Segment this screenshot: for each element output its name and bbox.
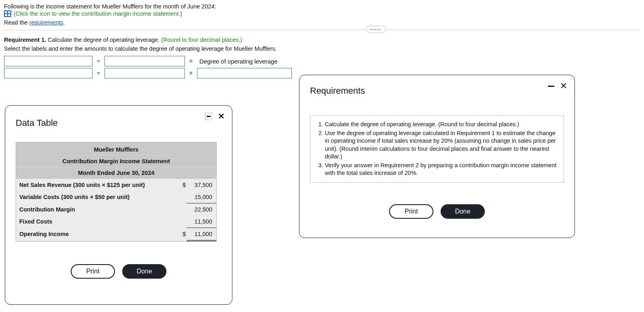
view-statement-link[interactable]: (Click the icon to view the contribution… [14,10,182,17]
read-prefix: Read the [4,19,29,26]
numerator-value-input[interactable] [4,68,92,78]
requirement-1-text: Calculate the degree of operating levera… [46,37,161,43]
equals-op-2: = [188,70,194,76]
read-period: . [64,19,65,26]
divider-line [4,30,640,30]
requirements-link[interactable]: requirements [29,19,64,26]
denominator-label-input[interactable] [105,56,185,66]
close-icon: ✕ [560,81,567,82]
leverage-result-input[interactable] [197,68,292,78]
equals-op-1: = [188,58,194,64]
close-button[interactable]: ✕ [560,81,567,82]
requirement-1-note: (Round to four decimal places.) [161,37,242,43]
requirements-modal-controls: ✕ [548,81,567,82]
divide-op-2: ÷ [96,70,101,76]
select-instruction: Select the labels and enter the amounts … [4,45,640,52]
read-requirements-line: Read the requirements. [4,19,640,26]
resize-grip[interactable]: ••••• [366,26,386,33]
requirement-1-label: Requirement 1. [4,37,46,43]
requirement-1-heading: Requirement 1. Calculate the degree of o… [4,37,640,43]
table-icon[interactable] [4,10,11,17]
numerator-label-input[interactable] [4,56,92,66]
requirements-modal: ✕ Requirements Calculate the degree of o… [299,75,575,82]
calc-row-1: ÷ = Degree of operating leverage [4,56,640,66]
intro-text: Following is the income statement for Mu… [4,3,640,10]
denominator-value-input[interactable] [105,68,185,78]
leverage-label: Degree of operating leverage [199,58,277,65]
divide-op-1: ÷ [96,58,101,64]
section-divider: ••••• [4,30,640,30]
view-statement-row: (Click the icon to view the contribution… [4,10,640,17]
